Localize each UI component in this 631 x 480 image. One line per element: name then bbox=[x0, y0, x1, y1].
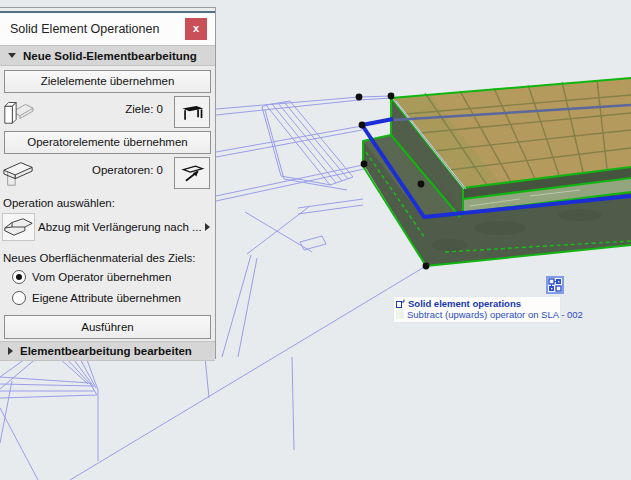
app-window: Solid element operations Subtract (upwar… bbox=[0, 0, 631, 480]
radio-unselected-icon[interactable] bbox=[12, 291, 26, 305]
operation-selected-value: Abzug mit Verlängerung nach ... bbox=[38, 221, 202, 233]
titlebar[interactable]: Solid Element Operationen x bbox=[0, 13, 215, 46]
slab-arrow-icon bbox=[179, 162, 205, 184]
selection-handle[interactable] bbox=[418, 181, 425, 188]
radio-label: Eigene Attribute übernehmen bbox=[32, 292, 181, 304]
selection-handle[interactable] bbox=[361, 161, 368, 168]
linked-squares-icon bbox=[548, 278, 562, 292]
collapse-icon bbox=[8, 53, 16, 58]
section-label: Elementbearbeitung bearbeiten bbox=[20, 345, 192, 357]
palette-title: Solid Element Operationen bbox=[10, 22, 159, 36]
operation-tag-icon bbox=[396, 299, 405, 308]
section-label: Neue Solid-Elementbearbeitung bbox=[23, 50, 197, 62]
radio-selected-icon[interactable] bbox=[12, 270, 26, 284]
expand-icon bbox=[8, 347, 13, 355]
close-button[interactable]: x bbox=[185, 18, 207, 40]
operators-count: Operatoren: 0 bbox=[0, 164, 163, 176]
get-target-elements-button[interactable]: Zielelemente übernehmen bbox=[4, 70, 211, 93]
section-new-operation[interactable]: Neue Solid-Elementbearbeitung bbox=[0, 45, 215, 66]
info-tag: Solid element operations Subtract (upwar… bbox=[393, 296, 561, 323]
table-icon bbox=[179, 101, 205, 123]
pick-targets-button[interactable] bbox=[174, 96, 210, 128]
solid-element-operations-palette: Solid Element Operationen x Neue Solid-E… bbox=[0, 7, 216, 359]
selection-handle[interactable] bbox=[423, 263, 430, 270]
radio-own-attributes[interactable]: Eigene Attribute übernehmen bbox=[12, 291, 181, 305]
radio-from-operator[interactable]: Vom Operator übernehmen bbox=[12, 270, 171, 284]
section-edit-operation[interactable]: Elementbearbeitung bearbeiten bbox=[0, 341, 215, 361]
get-operator-elements-button[interactable]: Operatorelemente übernehmen bbox=[4, 131, 211, 154]
dropdown-arrow-icon bbox=[205, 223, 210, 231]
tag-schedule-icon[interactable] bbox=[546, 276, 564, 294]
pick-operators-button[interactable] bbox=[174, 157, 210, 189]
execute-button[interactable]: Ausführen bbox=[4, 315, 211, 339]
selection-handle[interactable] bbox=[359, 122, 366, 129]
tag-title: Solid element operations bbox=[408, 298, 521, 309]
radio-label: Vom Operator übernehmen bbox=[32, 271, 171, 283]
selection-handle[interactable] bbox=[388, 93, 395, 100]
targets-count: Ziele: 0 bbox=[0, 103, 163, 115]
selection-handle[interactable] bbox=[356, 94, 363, 101]
operation-select-label: Operation auswählen: bbox=[3, 197, 115, 209]
material-label: Neues Oberflächenmaterial des Ziels: bbox=[3, 252, 195, 264]
tag-row-marker bbox=[396, 310, 404, 319]
operation-dropdown[interactable]: Abzug mit Verlängerung nach ... bbox=[2, 213, 213, 241]
tag-description: Subtract (upwards) operator on SLA - 002 bbox=[407, 309, 583, 320]
operation-type-icon bbox=[2, 213, 35, 241]
